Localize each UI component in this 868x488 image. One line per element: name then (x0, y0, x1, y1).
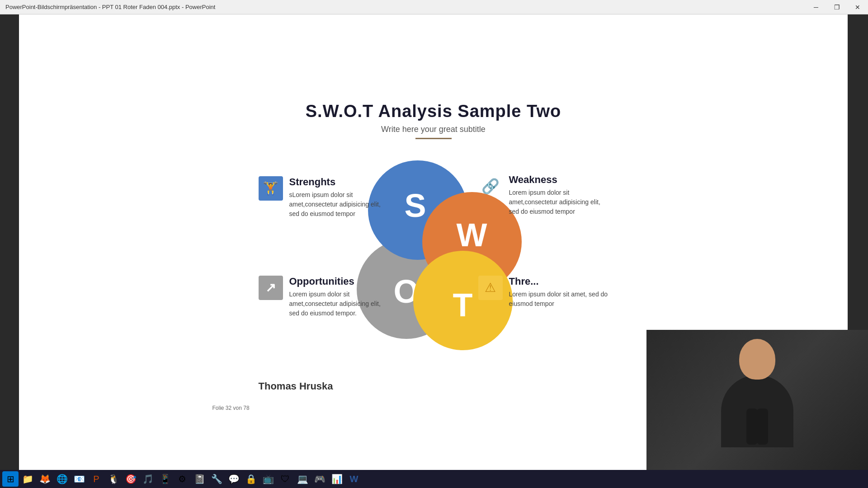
taskbar-media[interactable]: 📺 (260, 471, 276, 487)
title-bar-text: PowerPoint-Bildschirmpräsentation - PPT … (5, 4, 215, 10)
section-strengths: 🏋 Strenghts sLorem ipsum dolor sit amet,… (259, 176, 389, 219)
taskbar-computer[interactable]: 💻 (294, 471, 311, 487)
minimize-button[interactable]: ─ (806, 0, 826, 14)
subtitle-underline (415, 138, 452, 139)
threats-title: Thre... (509, 276, 609, 287)
weakness-icon-symbol: 🔗 (481, 178, 500, 195)
taskbar-notes[interactable]: 🐧 (105, 471, 122, 487)
slide-subtitle: Write here your great subtitle (381, 125, 486, 134)
start-button[interactable]: ⊞ (2, 471, 19, 487)
dark-bar-left (0, 14, 19, 474)
letter-s: S (404, 187, 426, 224)
section-opportunities: ↗ Opportunities Lorem ipsum dolor sit am… (259, 276, 389, 318)
close-button[interactable]: ✕ (847, 0, 868, 14)
threats-body: Lorem ipsum dolor sit amet, sed do eiusm… (509, 290, 609, 309)
webcam-overlay (646, 330, 868, 474)
strengths-body: sLorem ipsum dolor sit amet,consectetur … (289, 190, 389, 219)
threats-icon: ⚠ (478, 276, 503, 300)
taskbar-phone[interactable]: 📱 (157, 471, 173, 487)
presenter-name: Thomas Hruska (259, 380, 333, 392)
taskbar-outlook[interactable]: 📧 (71, 471, 87, 487)
webcam-feed (646, 330, 868, 474)
letter-w: W (457, 216, 487, 253)
taskbar-firefox[interactable]: 🦊 (37, 471, 53, 487)
restore-button[interactable]: ❐ (826, 0, 847, 14)
slide-title: S.W.O.T Analysis Sample Two (306, 102, 561, 121)
taskbar-target[interactable]: 🎯 (123, 471, 139, 487)
opportunities-text: Opportunities Lorem ipsum dolor sit amet… (289, 276, 389, 318)
taskbar-music[interactable]: 🎵 (140, 471, 156, 487)
taskbar-word[interactable]: W (346, 471, 362, 487)
letter-t: T (453, 286, 473, 324)
opportunities-body: Lorem ipsum dolor sit amet,consectetur a… (289, 290, 389, 318)
person-silhouette (712, 339, 802, 465)
taskbar-onenote[interactable]: 📓 (191, 471, 208, 487)
taskbar-shield[interactable]: 🛡 (277, 471, 293, 487)
weakness-icon: 🔗 (478, 174, 503, 198)
weakness-title: Weakness (509, 174, 609, 186)
opportunities-title: Opportunities (289, 276, 389, 287)
taskbar: ⊞ 📁 🦊 🌐 📧 P 🐧 🎯 🎵 📱 ⚙ 📓 🔧 💬 🔒 📺 🛡 💻 🎮 📊 … (0, 470, 868, 488)
strengths-text: Strenghts sLorem ipsum dolor sit amet,co… (289, 176, 389, 219)
section-threats: ⚠ Thre... Lorem ipsum dolor sit amet, se… (478, 276, 609, 309)
opportunities-icon-symbol: ↗ (265, 280, 276, 295)
taskbar-tools[interactable]: 🔧 (208, 471, 225, 487)
threats-icon-symbol: ⚠ (485, 280, 496, 295)
weakness-text: Weakness Lorem ipsum dolor sit amet,cons… (509, 174, 609, 216)
strengths-icon-symbol: 🏋 (263, 181, 278, 196)
strengths-icon: 🏋 (259, 176, 283, 201)
taskbar-game[interactable]: 🎮 (311, 471, 328, 487)
remote-left (746, 408, 758, 445)
taskbar-excel[interactable]: 📊 (329, 471, 345, 487)
presenter-label: Thomas Hruska (259, 380, 333, 392)
section-weakness: 🔗 Weakness Lorem ipsum dolor sit amet,co… (478, 174, 609, 216)
opportunities-icon: ↗ (259, 276, 283, 300)
title-bar: PowerPoint-Bildschirmpräsentation - PPT … (0, 0, 868, 14)
taskbar-settings[interactable]: ⚙ (174, 471, 190, 487)
slide-number: Folie 32 von 78 (212, 405, 250, 411)
person-head (739, 339, 775, 380)
taskbar-powerpoint[interactable]: P (88, 471, 104, 487)
taskbar-files[interactable]: 📁 (19, 471, 36, 487)
slide-number-text: Folie 32 von 78 (212, 405, 250, 411)
taskbar-security[interactable]: 🔒 (243, 471, 259, 487)
taskbar-chrome[interactable]: 🌐 (54, 471, 70, 487)
taskbar-telegram[interactable]: 💬 (226, 471, 242, 487)
slide: S.W.O.T Analysis Sample Two Write here y… (210, 77, 657, 413)
weakness-body: Lorem ipsum dolor sit amet,consectetur a… (509, 188, 609, 216)
threats-text: Thre... Lorem ipsum dolor sit amet, sed … (509, 276, 609, 309)
title-bar-buttons: ─ ❐ ✕ (806, 0, 868, 14)
remote-right (757, 408, 768, 445)
strengths-title: Strenghts (289, 176, 389, 188)
